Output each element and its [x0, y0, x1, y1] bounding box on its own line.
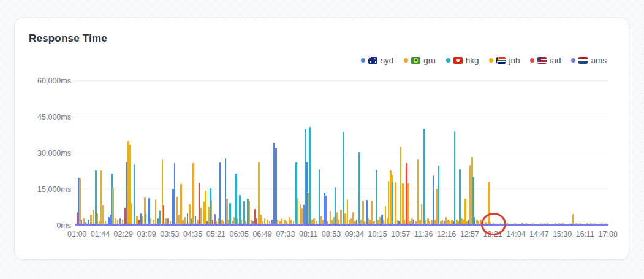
bar-gru — [200, 208, 202, 226]
bar-hkg — [438, 166, 440, 226]
x-tick-label: 04:35 — [183, 230, 202, 239]
bar-hkg — [309, 127, 311, 226]
bar-gru — [102, 205, 104, 226]
bar-hkg — [459, 169, 461, 226]
bar-hkg — [376, 170, 377, 226]
x-axis: 01:0001:4402:2903:0903:5304:3505:2106:05… — [67, 230, 618, 239]
bar-hkg — [454, 131, 456, 226]
bar-jnb — [100, 170, 102, 226]
bar-hkg — [235, 174, 237, 226]
response-time-card: Response Time sydgruhkgjnbiadams 0ms15,0… — [14, 17, 629, 260]
x-tick-label: 01:44 — [91, 230, 110, 239]
bar-gru — [469, 165, 471, 226]
plot-area[interactable] — [75, 81, 608, 226]
y-tick-label: 0ms — [15, 221, 71, 230]
bar-iad — [163, 205, 165, 226]
y-tick-label: 15,000ms — [15, 185, 71, 194]
y-tick-label: 30,000ms — [15, 149, 71, 158]
bar-syd — [273, 143, 275, 226]
x-tick-label: 01:00 — [67, 230, 86, 239]
bar-hkg — [343, 132, 344, 226]
gridline — [75, 80, 608, 81]
x-tick-label: 06:49 — [252, 230, 271, 239]
x-tick-label: 07:33 — [276, 230, 295, 239]
x-tick-label: 16:11 — [576, 230, 594, 239]
bar-hkg — [392, 182, 394, 226]
bar-hkg — [423, 129, 425, 226]
bar-syd — [174, 163, 176, 226]
x-tick-label: 12:57 — [460, 230, 479, 239]
bar-jnb — [400, 147, 402, 226]
x-tick-label: 15:30 — [553, 230, 572, 239]
bar-gru — [249, 201, 251, 226]
bar-gru — [417, 159, 419, 226]
bar-gru — [421, 204, 423, 226]
bar-jnb — [347, 199, 349, 226]
bar-syd — [433, 175, 434, 226]
x-tick-label: 08:53 — [322, 230, 341, 239]
bar-gru — [192, 163, 194, 226]
x-tick-label: 11:36 — [414, 230, 433, 239]
bar-syd — [219, 162, 221, 226]
gridline — [75, 117, 608, 117]
x-tick-label: 05:21 — [206, 230, 225, 239]
bar-gru — [131, 203, 132, 226]
bar-hkg — [319, 169, 320, 226]
bar-jnb — [407, 183, 409, 226]
y-tick-label: 60,000ms — [15, 77, 71, 85]
x-tick-label: 17:08 — [599, 230, 618, 239]
x-tick-label: 03:53 — [160, 230, 179, 239]
bar-hkg — [335, 187, 336, 226]
bar-gru — [112, 188, 114, 226]
bar-hkg — [134, 164, 135, 226]
x-tick-label: 02:29 — [114, 230, 133, 239]
x-tick-label: 14:47 — [529, 230, 548, 239]
x-tick-label: 08:11 — [299, 230, 317, 239]
baseline-band-ams — [75, 224, 608, 226]
bar-gru — [301, 208, 303, 226]
bar-gru — [395, 182, 396, 226]
response-time-chart: 0ms15,000ms30,000ms45,000ms60,000ms 01:0… — [15, 18, 629, 259]
x-tick-label: 09:34 — [345, 230, 364, 239]
x-tick-label: 10:15 — [368, 230, 387, 239]
bar-syd — [275, 148, 277, 226]
bar-gru — [297, 198, 299, 226]
bar-gru — [176, 197, 178, 226]
y-axis: 0ms15,000ms30,000ms45,000ms60,000ms — [15, 81, 71, 226]
bar-gru — [79, 178, 81, 226]
x-tick-label: 03:09 — [137, 230, 156, 239]
x-tick-label: 14:04 — [506, 230, 525, 239]
bar-gru — [371, 201, 373, 226]
bar-syd — [126, 162, 127, 226]
y-tick-label: 45,000ms — [15, 113, 71, 121]
x-tick-label: 06:05 — [230, 230, 249, 239]
x-tick-label: 12:16 — [437, 230, 456, 239]
bar-gru — [155, 199, 157, 226]
bar-jnb — [385, 206, 387, 226]
x-tick-label: 10:57 — [391, 230, 410, 239]
bar-gru — [388, 181, 390, 226]
bar-hkg — [229, 203, 231, 226]
